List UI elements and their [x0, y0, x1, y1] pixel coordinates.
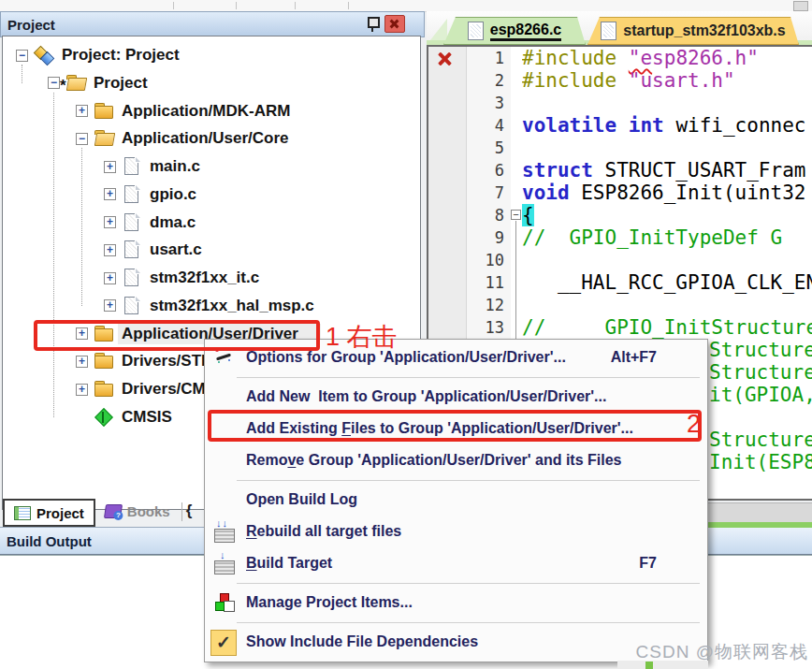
expand-plus-icon[interactable]: +: [76, 105, 88, 117]
pin-icon[interactable]: [366, 16, 379, 32]
expand-plus-icon[interactable]: +: [76, 356, 88, 368]
tree-item-label: gpio.c: [150, 185, 196, 204]
tree-item-stm32f1xx-hal-msp-c[interactable]: +stm32f1xx_hal_msp.c: [104, 293, 314, 319]
tree-item-project-root[interactable]: −Project: Project: [16, 42, 180, 68]
tab-books[interactable]: Books: [95, 499, 180, 523]
tree-item-application-user-core[interactable]: −Application/User/Core: [76, 125, 289, 152]
menu-item-manage-project-items[interactable]: Manage Project Items...: [205, 587, 707, 618]
folder-open-icon: [94, 130, 114, 147]
document-icon: [601, 22, 616, 40]
menu-separator: [205, 476, 707, 484]
build-output-title: Build Output: [0, 533, 92, 549]
code-line: [522, 137, 812, 159]
tree-item-application-mdk-arm[interactable]: +Application/MDK-ARM: [76, 98, 290, 124]
close-icon[interactable]: [384, 15, 405, 33]
code-line: __HAL_RCC_GPIOA_CLK_EN: [522, 271, 812, 294]
code-segment: wifi_connec: [664, 114, 806, 137]
tree-item-drivers-cmsis[interactable]: +Drivers/CM: [76, 376, 206, 402]
code-line: #include "usart.h": [522, 69, 812, 92]
tab-project[interactable]: Project: [3, 499, 95, 527]
menu-item-open-build-log[interactable]: Open Build Log: [205, 484, 707, 516]
fold-collapse-icon[interactable]: −: [511, 210, 521, 220]
menu-item-label: Add New Item to Group 'Application/User/…: [246, 388, 606, 405]
manage-icon: [213, 591, 236, 614]
file-icon: [122, 269, 142, 286]
tree-item-stm32f1xx-it-c[interactable]: +stm32f1xx_it.c: [104, 265, 259, 291]
menu-item-remove-group[interactable]: Remove Group 'Application/User/Driver' a…: [205, 444, 707, 476]
tab-separator: [181, 502, 182, 521]
menu-separator: [205, 373, 707, 381]
tree-item-cmsis[interactable]: CMSIS: [76, 404, 172, 430]
code-segment: #include: [522, 47, 629, 69]
code-segment: "e: [629, 47, 652, 69]
books-icon: [104, 504, 123, 518]
annotation-box-step2: [208, 410, 702, 442]
tab-esp8266-c[interactable]: esp8266.c: [443, 17, 586, 45]
tree-connector-line: [53, 93, 54, 417]
code-line: #include "esp8266.h": [522, 47, 812, 69]
tab-books-label: Books: [127, 503, 170, 519]
tree-item-label: CMSIS: [122, 408, 172, 427]
expand-plus-icon[interactable]: +: [76, 384, 88, 396]
code-fragment: Init(ESP8: [709, 451, 812, 473]
tab-startup-stm32f103xb-s[interactable]: startup_stm32f103xb.s: [587, 17, 799, 45]
toolbar-button[interactable]: [793, 1, 808, 11]
code-line: [522, 249, 812, 271]
menu-item-add-new-item[interactable]: Add New Item to Group 'Application/User/…: [205, 381, 707, 413]
file-icon: [122, 241, 142, 258]
tree-connector-line: [81, 148, 82, 306]
tree-item-label: stm32f1xx_hal_msp.c: [150, 297, 314, 315]
expand-plus-icon[interactable]: +: [104, 188, 116, 200]
collapse-minus-icon[interactable]: −: [76, 133, 88, 145]
code-segment: volatile: [522, 114, 616, 137]
menu-item-rebuild-all-target-files[interactable]: Rebuild all target files: [205, 516, 707, 547]
expand-plus-icon[interactable]: +: [104, 216, 116, 228]
annotation-step1-label: 1 右击: [326, 320, 398, 354]
code-fragment: Structure: [709, 429, 812, 451]
line-number: 2: [467, 69, 511, 92]
target-icon: [34, 47, 54, 64]
code-line: void ESP8266_Init(uint32: [522, 182, 812, 204]
code-segment: // GPIO_InitTypeDef G: [522, 226, 782, 249]
expand-plus-icon[interactable]: +: [104, 299, 116, 312]
collapse-minus-icon[interactable]: −: [48, 77, 60, 89]
tree-item-dma-c[interactable]: +dma.c: [104, 210, 196, 236]
code-segment: sp8266.h": [652, 47, 759, 69]
code-segment: void: [522, 182, 570, 204]
code-line: // GPIO_InitStructure: [522, 316, 812, 339]
toolbar-separator: [348, 2, 349, 9]
tree-item-usart-c[interactable]: +usart.c: [104, 237, 202, 263]
folder-icon: [94, 103, 114, 120]
line-number: 3: [467, 92, 511, 114]
keil-uvision-window: Project −Project: Project−*Project+Appli…: [0, 0, 812, 669]
rebuild-icon: [213, 520, 236, 543]
editor-tabstrip: esp8266.cstartup_stm32f103xb.s: [427, 11, 812, 45]
expand-plus-icon[interactable]: +: [104, 161, 116, 173]
tree-item-main-c[interactable]: +main.c: [104, 153, 200, 180]
tree-item-label: Application/User/Core: [122, 129, 289, 148]
code-segment: [616, 114, 629, 137]
tree-item-project-target[interactable]: −*Project: [48, 70, 148, 96]
expand-plus-icon[interactable]: +: [104, 244, 116, 256]
file-icon: [122, 186, 142, 203]
menu-item-build-target[interactable]: Build TargetF7: [205, 547, 707, 579]
error-marker-icon: [437, 51, 453, 66]
tree-item-drivers-stm[interactable]: +Drivers/STI: [76, 348, 206, 374]
line-number: 6: [467, 159, 511, 182]
project-grid-icon: [14, 506, 31, 520]
code-line: [522, 92, 812, 114]
project-panel-header: Project: [0, 11, 425, 37]
file-icon: [122, 214, 142, 231]
file-icon: [122, 158, 142, 175]
collapse-minus-icon[interactable]: −: [16, 50, 28, 62]
code-segment: #include: [522, 69, 629, 92]
tab-functions-fragment[interactable]: {: [186, 502, 193, 520]
document-icon: [468, 22, 484, 40]
tree-item-gpio-c[interactable]: +gpio.c: [104, 182, 196, 208]
menu-item-show-include-file-dependencies[interactable]: ✓Show Include File Dependencies: [205, 626, 707, 658]
code-fragment: Structure: [709, 361, 812, 384]
menu-item-accelerator: Alt+F7: [611, 349, 657, 366]
expand-plus-icon[interactable]: +: [104, 272, 116, 284]
menu-item-label: Build Target: [246, 555, 332, 572]
include-check-icon: ✓: [210, 630, 237, 656]
